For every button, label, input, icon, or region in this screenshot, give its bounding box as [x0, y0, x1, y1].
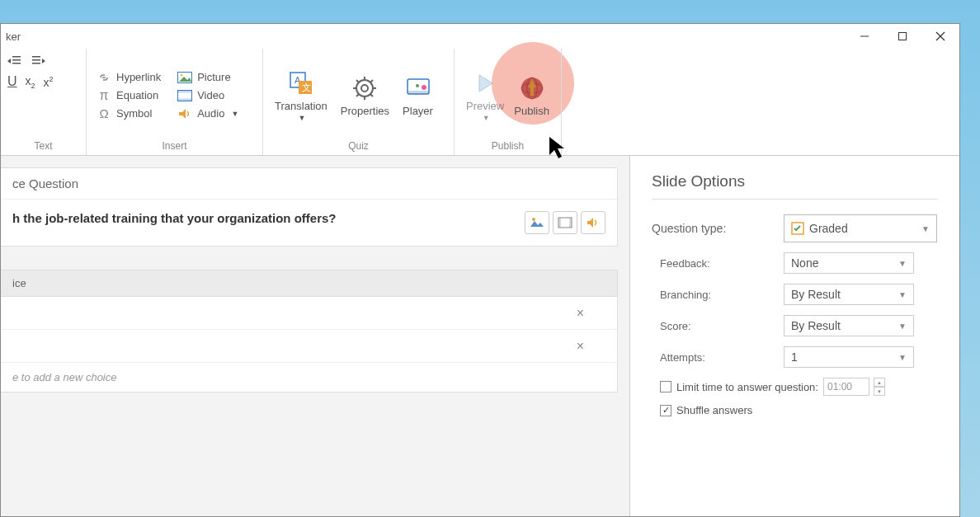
add-choice-placeholder[interactable]: e to add a new choice: [1, 363, 617, 392]
question-type-header: ce Question: [1, 168, 617, 200]
svg-marker-14: [179, 77, 191, 82]
hyperlink-button[interactable]: Hyperlink: [93, 69, 164, 86]
chevron-down-icon: ▼: [231, 110, 238, 118]
underline-button[interactable]: U: [7, 74, 17, 89]
choice-row[interactable]: ×: [1, 297, 617, 330]
choices-header: ice: [1, 270, 617, 297]
time-limit-input[interactable]: 01:00: [823, 378, 869, 396]
question-text[interactable]: h the job-related training that your org…: [12, 211, 337, 225]
publish-icon: [517, 73, 547, 103]
properties-button[interactable]: Properties: [336, 70, 394, 120]
add-audio-button[interactable]: [581, 211, 605, 234]
svg-marker-48: [587, 218, 593, 228]
slide-options-title: Slide Options: [652, 172, 938, 200]
svg-rect-10: [32, 63, 40, 64]
svg-marker-18: [179, 109, 186, 119]
svg-rect-47: [569, 218, 572, 228]
limit-time-label: Limit time to answer question:: [676, 381, 818, 393]
svg-rect-6: [12, 63, 21, 64]
publish-button[interactable]: Publish: [509, 70, 554, 120]
svg-point-24: [361, 85, 368, 92]
chevron-down-icon: ▼: [898, 259, 907, 268]
app-window: ker U x2 x2 Text: [0, 23, 960, 517]
equation-icon: π: [97, 89, 111, 102]
choices-card: ice × × e to add a new choice: [1, 270, 618, 392]
translation-button[interactable]: A文 Translation ▼: [270, 65, 332, 125]
picture-button[interactable]: Picture: [174, 69, 242, 86]
svg-rect-34: [408, 91, 429, 94]
svg-marker-7: [7, 59, 11, 63]
chevron-down-icon: ▼: [898, 290, 907, 299]
shuffle-label: Shuffle answers: [676, 404, 752, 416]
decrease-indent-icon[interactable]: [7, 55, 22, 69]
preview-button[interactable]: Preview ▼: [461, 65, 509, 125]
audio-button[interactable]: Audio▼: [174, 106, 242, 122]
svg-rect-17: [178, 98, 192, 101]
increase-indent-icon[interactable]: [31, 55, 45, 69]
svg-rect-16: [178, 90, 192, 92]
player-button[interactable]: Player: [398, 70, 438, 120]
titlebar: ker: [1, 24, 959, 49]
play-icon: [470, 68, 500, 98]
shuffle-checkbox[interactable]: [660, 405, 671, 416]
svg-rect-8: [32, 56, 40, 58]
ribbon: U x2 x2 Text Hyperlink πEquation ΩSymbol…: [1, 49, 959, 156]
gear-icon: [350, 73, 379, 103]
attempts-select[interactable]: 1▼: [784, 346, 914, 368]
limit-time-checkbox[interactable]: [660, 381, 671, 392]
delete-choice-button[interactable]: ×: [577, 339, 605, 354]
film-icon: [558, 217, 572, 228]
choice-row[interactable]: ×: [1, 330, 617, 363]
add-image-button[interactable]: [525, 211, 549, 234]
window-title: ker: [6, 31, 21, 43]
svg-marker-37: [479, 75, 492, 92]
chevron-down-icon: ▼: [898, 353, 907, 362]
superscript-button[interactable]: x2: [44, 75, 54, 89]
svg-text:文: 文: [302, 82, 311, 92]
svg-rect-1: [899, 33, 907, 40]
question-type-label: Question type:: [652, 222, 784, 235]
question-card: ce Question h the job-related training t…: [1, 167, 618, 247]
ribbon-group-insert: Hyperlink πEquation ΩSymbol Picture Vide…: [87, 49, 263, 155]
audio-icon: [177, 107, 192, 120]
add-video-button[interactable]: [553, 211, 577, 234]
maximize-button[interactable]: [883, 24, 921, 49]
svg-rect-46: [558, 218, 561, 228]
svg-marker-11: [42, 59, 45, 63]
ribbon-group-quiz: A文 Translation ▼ Properties Player Quiz: [263, 49, 455, 155]
subscript-button[interactable]: x2: [26, 74, 35, 90]
close-button[interactable]: [921, 24, 959, 49]
svg-point-36: [416, 84, 419, 87]
time-spinner[interactable]: ▲▼: [874, 378, 885, 396]
symbol-icon: Ω: [97, 107, 111, 120]
score-label: Score:: [652, 320, 784, 332]
score-select[interactable]: By Result▼: [784, 315, 914, 336]
feedback-select[interactable]: None▼: [784, 252, 914, 274]
svg-line-32: [356, 94, 359, 96]
group-label-text: Text: [7, 139, 79, 153]
svg-rect-9: [32, 59, 40, 61]
attempts-label: Attempts:: [652, 351, 784, 364]
symbol-button[interactable]: ΩSymbol: [93, 106, 164, 122]
svg-line-29: [356, 80, 359, 82]
equation-button[interactable]: πEquation: [93, 87, 164, 104]
chevron-down-icon: ▼: [483, 114, 490, 122]
video-button[interactable]: Video: [174, 87, 242, 104]
picture-icon: [177, 71, 192, 84]
video-icon: [177, 89, 192, 102]
chevron-down-icon: ▼: [898, 322, 907, 331]
translation-icon: A文: [286, 68, 316, 98]
group-label-publish: Publish: [461, 139, 554, 153]
svg-rect-5: [12, 59, 21, 61]
window-controls: [846, 24, 959, 49]
player-icon: [403, 73, 433, 103]
branching-select[interactable]: By Result▼: [784, 284, 914, 305]
delete-choice-button[interactable]: ×: [577, 306, 605, 321]
slide-options-pane: Slide Options Question type: Graded ▼ Fe…: [629, 156, 959, 516]
svg-line-30: [370, 94, 373, 96]
minimize-button[interactable]: [846, 24, 883, 49]
svg-marker-43: [530, 221, 544, 227]
question-type-select[interactable]: Graded ▼: [784, 214, 937, 242]
main-pane: ce Question h the job-related training t…: [1, 156, 629, 516]
group-label-insert: Insert: [93, 139, 256, 153]
